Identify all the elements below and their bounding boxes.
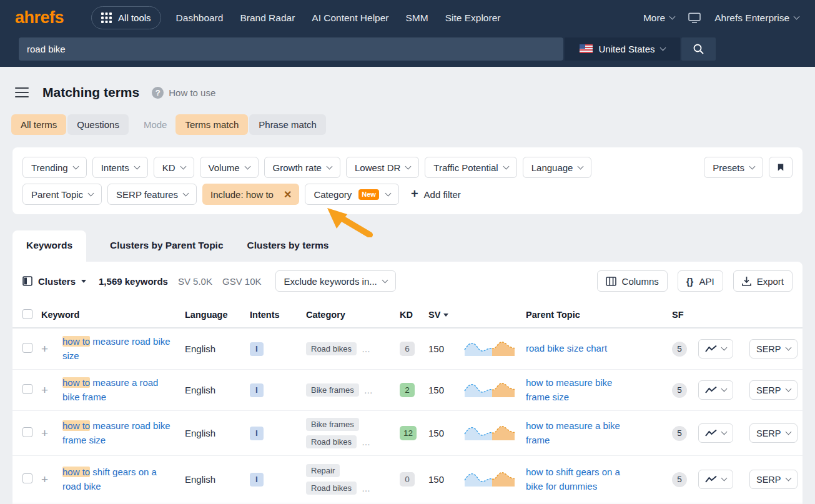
presets-button[interactable]: Presets — [704, 157, 763, 178]
how-to-use-link[interactable]: ? How to use — [152, 87, 215, 99]
row-checkbox[interactable] — [22, 384, 32, 394]
filter-lowest-dr[interactable]: Lowest DR — [346, 157, 419, 178]
add-filter-button[interactable]: + Add filter — [411, 189, 461, 200]
add-to-list-icon[interactable]: + — [41, 342, 54, 356]
column-header-category[interactable]: Category — [306, 310, 400, 320]
serp-button[interactable]: SERP — [749, 423, 798, 443]
more-categories[interactable]: … — [362, 483, 370, 493]
tab-all-terms[interactable]: All terms — [11, 114, 66, 135]
column-header-kd[interactable]: KD — [400, 310, 428, 320]
position-history-button[interactable] — [698, 423, 733, 443]
column-header-sv[interactable]: SV — [428, 310, 463, 320]
account-menu[interactable]: Ahrefs Enterprise — [714, 12, 799, 24]
position-history-button[interactable] — [698, 339, 733, 358]
serp-button[interactable]: SERP — [749, 470, 798, 489]
serp-button[interactable]: SERP — [749, 380, 798, 400]
keyword-link[interactable]: how to measure road bike size — [62, 335, 176, 363]
tab-clusters-by-terms[interactable]: Clusters by terms — [247, 240, 329, 262]
row-checkbox[interactable] — [22, 427, 32, 437]
more-categories[interactable]: … — [364, 385, 373, 395]
keyword-link[interactable]: how to measure road bike frame size — [62, 419, 176, 447]
api-button[interactable]: {} API — [678, 270, 723, 292]
highlighted-term: how to — [62, 467, 90, 477]
column-header-language[interactable]: Language — [185, 310, 250, 320]
braces-icon: {} — [686, 276, 694, 287]
category-chip: Bike frames — [306, 418, 359, 431]
bookmark-button[interactable] — [769, 157, 793, 178]
add-to-list-icon[interactable]: + — [41, 427, 54, 440]
filter-volume[interactable]: Volume — [200, 157, 259, 178]
column-header-intents[interactable]: Intents — [250, 310, 306, 320]
export-button[interactable]: Export — [733, 270, 793, 292]
select-all-checkbox[interactable] — [22, 309, 32, 319]
row-checkbox[interactable] — [22, 343, 32, 353]
filter-trending[interactable]: Trending — [22, 157, 87, 178]
filter-intents[interactable]: Intents — [92, 157, 148, 178]
columns-button[interactable]: Columns — [597, 270, 668, 292]
filter-parent-topic[interactable]: Parent Topic — [22, 184, 102, 205]
chevron-down-icon — [405, 163, 412, 169]
menu-icon[interactable] — [14, 86, 30, 99]
filters-panel: Trending Intents KD Volume Growth rate L… — [12, 147, 803, 214]
export-icon — [742, 276, 751, 286]
add-to-list-icon[interactable]: + — [41, 383, 54, 397]
more-categories[interactable]: … — [362, 437, 370, 447]
nav-item-ai-content-helper[interactable]: AI Content Helper — [312, 12, 388, 24]
filter-growth-rate[interactable]: Growth rate — [264, 157, 340, 178]
add-to-list-icon[interactable]: + — [41, 473, 54, 487]
serp-features-badge: 5 — [672, 472, 687, 487]
include-filter-label[interactable]: Include: how to — [202, 189, 276, 200]
parent-topic-link[interactable]: how to shift gears on a bike for dummies — [526, 465, 638, 493]
grid-icon — [101, 12, 112, 23]
chevron-down-icon — [785, 475, 791, 482]
parent-topic-link[interactable]: how to measure a bike frame — [526, 419, 638, 447]
tab-terms-match[interactable]: Terms match — [175, 114, 248, 135]
question-icon: ? — [152, 87, 164, 99]
filter-serp-features[interactable]: SERP features — [107, 184, 197, 205]
nav-item-dashboard[interactable]: Dashboard — [176, 12, 224, 24]
filter-traffic-potential[interactable]: Traffic Potential — [425, 157, 516, 178]
highlighted-term: how to — [62, 377, 90, 388]
more-categories[interactable]: … — [362, 344, 370, 354]
search-icon — [693, 43, 704, 55]
position-history-button[interactable] — [698, 380, 733, 400]
filter-category[interactable]: Category New — [305, 184, 399, 205]
how-to-use-label: How to use — [169, 87, 215, 98]
serp-button[interactable]: SERP — [749, 339, 798, 358]
position-history-button[interactable] — [698, 470, 733, 489]
filter-kd[interactable]: KD — [154, 157, 194, 178]
nav-item-smm[interactable]: SMM — [406, 12, 428, 24]
nav-more[interactable]: More — [643, 12, 674, 24]
keyword-link[interactable]: how to shift gears on a road bike — [62, 465, 176, 493]
all-tools-button[interactable]: All tools — [91, 6, 161, 29]
tab-questions[interactable]: Questions — [67, 114, 129, 135]
nav-item-site-explorer[interactable]: Site Explorer — [445, 12, 501, 24]
filter-language[interactable]: Language — [523, 157, 592, 178]
row-checkbox[interactable] — [22, 473, 32, 483]
chevron-down-icon — [794, 14, 800, 20]
column-header-parent-topic[interactable]: Parent Topic — [526, 310, 672, 320]
keyword-link[interactable]: how to measure a road bike frame — [62, 376, 176, 404]
chevron-down-icon — [721, 475, 728, 482]
keyword-search-input[interactable] — [19, 37, 563, 61]
search-button[interactable] — [681, 37, 716, 61]
serp-features-badge: 5 — [672, 383, 687, 398]
country-selector[interactable]: United States — [565, 37, 680, 61]
column-header-keyword[interactable]: Keyword — [41, 310, 185, 320]
remove-filter-button[interactable]: ✕ — [276, 184, 299, 205]
chevron-down-icon — [785, 429, 791, 435]
ahrefs-logo[interactable]: ahrefs — [15, 8, 64, 27]
exclude-keywords-select[interactable]: Exclude keywords in... — [275, 270, 396, 292]
chevron-down-icon — [180, 163, 186, 169]
parent-topic-link[interactable]: road bike size chart — [526, 342, 607, 356]
nav-item-brand-radar[interactable]: Brand Radar — [240, 12, 295, 24]
category-cell: Bike frames… — [306, 383, 400, 397]
table-row: + how to measure road bike size English … — [12, 329, 803, 370]
clusters-toggle[interactable]: Clusters — [22, 276, 86, 287]
tab-keywords[interactable]: Keywords — [12, 230, 86, 262]
column-header-sf[interactable]: SF — [672, 310, 698, 320]
results-view-tabs: Keywords Clusters by Parent Topic Cluste… — [12, 230, 803, 262]
tab-clusters-by-parent-topic[interactable]: Clusters by Parent Topic — [110, 240, 223, 262]
tab-phrase-match[interactable]: Phrase match — [249, 114, 326, 135]
parent-topic-link[interactable]: how to measure bike frame size — [526, 376, 638, 404]
